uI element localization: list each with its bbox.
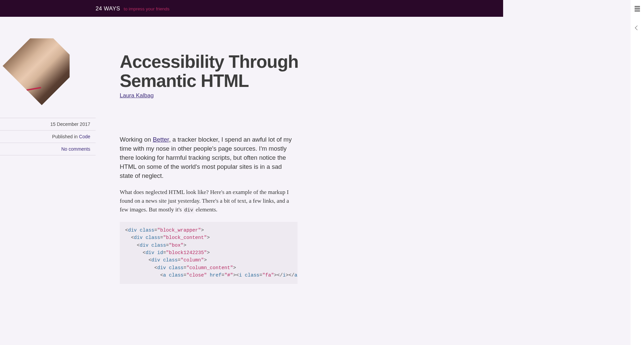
meta-comments-row: No comments bbox=[0, 143, 96, 155]
logo-main: 24 WAYS bbox=[96, 5, 120, 11]
body-paragraph: What does neglected HTML look like? Here… bbox=[120, 188, 294, 214]
better-link[interactable]: Better bbox=[153, 136, 169, 143]
logo-tagline: to impress your friends bbox=[124, 6, 170, 11]
main-content: 15 December 2017 Published in Code No co… bbox=[0, 17, 503, 284]
header-bar: 24 WAYS to impress your friends bbox=[0, 0, 503, 17]
comments-link[interactable]: No comments bbox=[61, 146, 90, 152]
category-link[interactable]: Code bbox=[79, 134, 90, 139]
author-avatar-wrap bbox=[0, 27, 96, 105]
code-block: <div class="block_wrapper"> <div class="… bbox=[120, 222, 298, 284]
intro-paragraph: Working on Better, a tracker blocker, I … bbox=[120, 135, 294, 180]
left-column: 15 December 2017 Published in Code No co… bbox=[0, 17, 96, 284]
article-title: Accessibility Through Semantic HTML bbox=[120, 52, 351, 90]
author-link[interactable]: Laura Kalbag bbox=[120, 92, 154, 99]
inline-code: div bbox=[183, 207, 194, 213]
meta-category-row: Published in Code bbox=[0, 130, 96, 143]
meta-list: 15 December 2017 Published in Code No co… bbox=[0, 118, 96, 155]
article: Accessibility Through Semantic HTML Laur… bbox=[96, 17, 351, 284]
site-logo[interactable]: 24 WAYS to impress your friends bbox=[96, 5, 169, 12]
meta-date: 15 December 2017 bbox=[0, 118, 96, 130]
author-avatar[interactable] bbox=[3, 27, 81, 105]
